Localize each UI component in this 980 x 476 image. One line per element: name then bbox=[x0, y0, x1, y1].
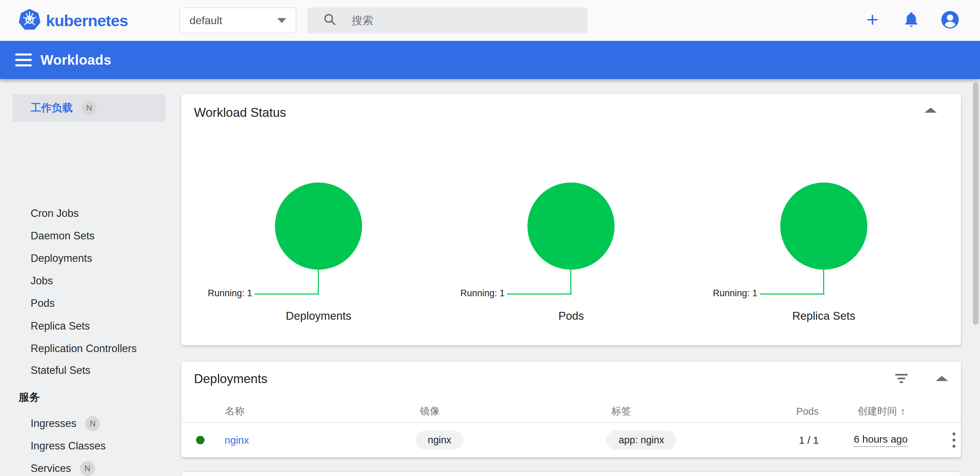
sidebar-item-stateful-sets[interactable]: Stateful Sets bbox=[30, 363, 91, 378]
chart-name: Deployments bbox=[192, 310, 445, 323]
namespaced-badge: N bbox=[82, 101, 97, 115]
status-charts-row: Running: 1 Deployments Running: 1 Pods R… bbox=[192, 182, 950, 329]
card-title: Deployments bbox=[194, 372, 267, 386]
pie-running-segment[interactable] bbox=[527, 182, 614, 270]
namespaced-badge: N bbox=[80, 461, 95, 476]
create-resource-button[interactable] bbox=[863, 11, 882, 30]
sidebar-item-replica-sets[interactable]: Replica Sets bbox=[30, 319, 90, 334]
sidebar-item-ingresses[interactable]: Ingresses N bbox=[30, 416, 100, 431]
sidebar-item-replication-controllers[interactable]: Replication Controllers bbox=[30, 341, 137, 356]
namespace-value: default bbox=[189, 14, 277, 27]
pie-running-segment[interactable] bbox=[275, 182, 362, 270]
sidebar-item-ingress-classes[interactable]: Ingress Classes bbox=[30, 439, 106, 454]
sort-ascending-icon: ↑ bbox=[900, 406, 905, 417]
deployment-name-link[interactable]: nginx bbox=[224, 423, 249, 457]
sidebar-item-label: 工作负载 bbox=[30, 101, 73, 115]
plus-icon bbox=[864, 11, 881, 30]
notifications-button[interactable] bbox=[902, 11, 921, 30]
deployments-status-chart: Running: 1 Deployments bbox=[192, 182, 445, 329]
search-bar[interactable] bbox=[307, 8, 588, 34]
created-time: 6 hours ago bbox=[854, 423, 907, 457]
collapse-card-button[interactable] bbox=[936, 376, 948, 381]
kubernetes-wheel-icon bbox=[19, 9, 40, 32]
card-title: Workload Status bbox=[194, 105, 286, 120]
column-header-pods[interactable]: Pods bbox=[796, 404, 819, 419]
column-header-labels[interactable]: 标签 bbox=[611, 404, 631, 419]
collapse-card-button[interactable] bbox=[924, 108, 937, 113]
kubernetes-logo[interactable]: kubernetes bbox=[19, 0, 128, 41]
sidebar-item-pods[interactable]: Pods bbox=[30, 296, 55, 311]
top-app-bar: kubernetes default bbox=[0, 0, 980, 41]
deployments-card: Deployments 名称 镜像 标签 Pods 创建时间 ↑ nginx n… bbox=[181, 362, 961, 457]
pods-ratio: 1 / 1 bbox=[799, 423, 819, 457]
running-count-label: Running: 1 bbox=[445, 288, 504, 299]
row-actions-menu-button[interactable] bbox=[943, 423, 961, 457]
topbar-actions bbox=[863, 0, 959, 41]
pods-status-chart: Running: 1 Pods bbox=[445, 182, 697, 329]
table-header-row: 名称 镜像 标签 Pods 创建时间 ↑ bbox=[181, 404, 961, 419]
vertical-scrollbar-thumb[interactable] bbox=[973, 82, 978, 325]
running-count-label: Running: 1 bbox=[192, 288, 252, 299]
namespace-selector[interactable]: default bbox=[179, 8, 296, 34]
bell-icon bbox=[903, 11, 920, 30]
next-card-partial bbox=[181, 472, 961, 476]
chevron-down-icon bbox=[277, 18, 286, 23]
sidebar-item-workloads[interactable]: 工作负载 N bbox=[13, 94, 165, 122]
column-header-created[interactable]: 创建时间 ↑ bbox=[858, 404, 905, 419]
label-chip: app: nginx bbox=[606, 431, 676, 449]
user-menu-button[interactable] bbox=[940, 11, 959, 30]
sidebar-item-deployments[interactable]: Deployments bbox=[30, 251, 92, 266]
sidebar-item-services[interactable]: Services N bbox=[30, 461, 95, 476]
sidebar-section-services: 服务 bbox=[19, 390, 40, 405]
sidebar-item-jobs[interactable]: Jobs bbox=[30, 273, 53, 288]
menu-icon[interactable] bbox=[15, 51, 32, 69]
sidebar-nav: 工作负载 N Cron Jobs Daemon Sets Deployments… bbox=[0, 79, 173, 476]
running-count-label: Running: 1 bbox=[698, 288, 757, 299]
sidebar-item-daemon-sets[interactable]: Daemon Sets bbox=[30, 228, 95, 243]
search-input[interactable] bbox=[351, 14, 562, 27]
brand-name: kubernetes bbox=[46, 11, 128, 30]
filter-list-icon[interactable] bbox=[895, 374, 907, 388]
column-header-image[interactable]: 镜像 bbox=[420, 404, 440, 419]
chart-name: Pods bbox=[445, 310, 697, 323]
table-row: nginx nginx app: nginx 1 / 1 6 hours ago bbox=[181, 423, 961, 457]
column-header-name[interactable]: 名称 bbox=[225, 404, 245, 419]
user-circle-icon bbox=[940, 10, 959, 30]
chart-name: Replica Sets bbox=[698, 310, 950, 323]
page-toolbar: Workloads bbox=[0, 41, 980, 79]
status-running-icon bbox=[196, 436, 205, 444]
workload-status-card: Workload Status Running: 1 Deployments R… bbox=[181, 94, 961, 345]
search-icon bbox=[323, 13, 337, 28]
sidebar-item-cron-jobs[interactable]: Cron Jobs bbox=[30, 206, 79, 221]
namespaced-badge: N bbox=[85, 416, 100, 431]
page-title: Workloads bbox=[40, 41, 111, 79]
image-chip: nginx bbox=[415, 431, 463, 449]
replica-sets-status-chart: Running: 1 Replica Sets bbox=[698, 182, 950, 329]
pie-running-segment[interactable] bbox=[780, 182, 867, 270]
